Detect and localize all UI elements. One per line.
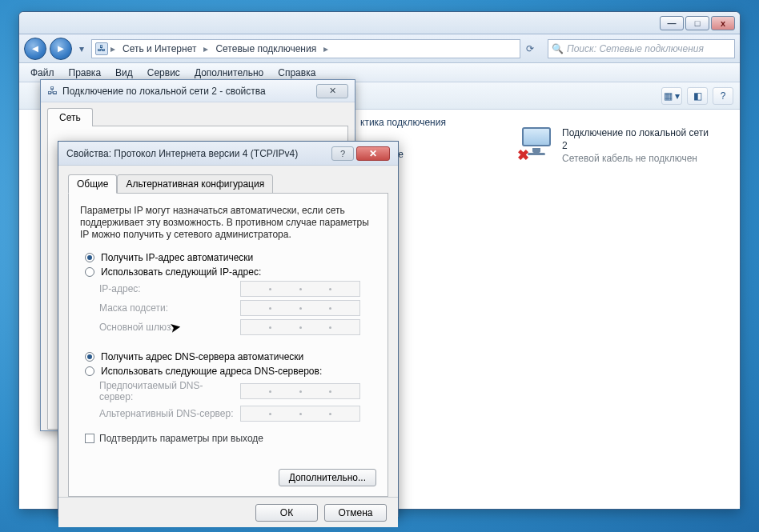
disconnected-icon: ✖ — [517, 146, 529, 164]
chevron-right-icon: ▸ — [323, 43, 328, 54]
radio-dns-auto-label: Получить адрес DNS-сервера автоматически — [101, 351, 303, 362]
menu-view[interactable]: Вид — [109, 65, 139, 81]
menu-help[interactable]: Справка — [271, 65, 322, 81]
connection-status: Сетевой кабель не подключен — [562, 153, 709, 164]
minimize-button[interactable]: — — [660, 16, 684, 30]
radio-dns-manual[interactable] — [85, 366, 94, 376]
tab-alternative[interactable]: Альтернативная конфигурация — [117, 174, 273, 194]
forward-button[interactable]: ► — [50, 38, 72, 60]
advanced-button[interactable]: Дополнительно... — [279, 469, 376, 486]
ipv4-properties-dialog: Свойства: Протокол Интернета версии 4 (T… — [58, 141, 399, 517]
cancel-button[interactable]: Отмена — [324, 504, 387, 522]
description-text: Параметры IP могут назначаться автоматич… — [80, 205, 376, 241]
preview-pane-button[interactable]: ◧ — [687, 87, 708, 105]
input-gateway — [240, 319, 360, 335]
refresh-button[interactable]: ⟳ — [524, 38, 536, 60]
label-mask: Маска подсети: — [99, 302, 235, 314]
adapter-icon: 🖧 — [47, 85, 58, 97]
titlebar: — □ x — [19, 12, 740, 34]
checkbox-validate-label: Подтвердить параметры при выходе — [99, 433, 263, 444]
menu-service[interactable]: Сервис — [141, 65, 187, 81]
label-ip: IP-адрес: — [99, 283, 235, 294]
checkbox-validate[interactable] — [85, 434, 94, 443]
tab-general[interactable]: Общие — [68, 174, 117, 194]
radio-ip-manual[interactable] — [85, 267, 94, 277]
breadcrumb-level2[interactable]: Сетевые подключения — [211, 42, 321, 56]
label-dns2: Альтернативный DNS-сервер: — [99, 408, 235, 419]
help-button[interactable]: ? — [713, 87, 733, 105]
breadcrumb[interactable]: 🖧 ▸ Сеть и Интернет ▸ Сетевые подключени… — [91, 39, 520, 58]
maximize-button[interactable]: □ — [685, 16, 709, 30]
back-button[interactable]: ◄ — [24, 38, 46, 60]
search-placeholder: Поиск: Сетевые подключения — [567, 43, 704, 54]
view-options-button[interactable]: ▦ ▾ — [661, 87, 682, 105]
nav-history-dropdown[interactable]: ▾ — [75, 38, 88, 60]
dialog-body: Параметры IP могут назначаться автоматич… — [68, 193, 388, 497]
dialog-footer: ОК Отмена — [58, 497, 398, 527]
navbar: ◄ ► ▾ 🖧 ▸ Сеть и Интернет ▸ Сетевые подк… — [19, 34, 740, 63]
dialog-title: Свойства: Протокол Интернета версии 4 (T… — [66, 148, 298, 159]
radio-dns-manual-label: Использовать следующие адреса DNS-сервер… — [101, 366, 322, 377]
close-button[interactable]: ✕ — [356, 146, 390, 161]
ok-button[interactable]: ОК — [255, 504, 318, 522]
label-gateway: Основной шлюз: — [99, 322, 235, 333]
radio-ip-auto[interactable] — [85, 253, 94, 262]
network-icon: 🖧 — [95, 42, 108, 55]
input-mask — [240, 300, 360, 316]
radio-dns-auto[interactable] — [85, 352, 94, 362]
close-button[interactable]: x — [711, 16, 735, 30]
connection-name-line1: Подключение по локальной сети — [562, 127, 709, 138]
dialog-titlebar[interactable]: 🖧 Подключение по локальной сети 2 - свой… — [41, 80, 355, 102]
dialog-tabs: Общие Альтернативная конфигурация — [68, 174, 388, 193]
dialog-tabs: Сеть — [47, 107, 348, 126]
radio-ip-auto-label: Получить IP-адрес автоматически — [101, 252, 253, 263]
close-button[interactable]: ✕ — [316, 84, 348, 98]
dialog-titlebar[interactable]: Свойства: Протокол Интернета версии 4 (T… — [58, 142, 398, 166]
dialog-title: Подключение по локальной сети 2 - свойст… — [62, 86, 266, 97]
help-button[interactable]: ? — [331, 146, 354, 161]
input-ip — [240, 281, 360, 297]
menu-extra[interactable]: Дополнительно — [188, 65, 270, 81]
breadcrumb-level1[interactable]: Сеть и Интернет — [118, 42, 201, 56]
chevron-right-icon: ▸ — [110, 43, 115, 54]
connection-name-line2: 2 — [562, 140, 709, 151]
chevron-right-icon: ▸ — [203, 43, 208, 54]
search-icon: 🔍 — [552, 43, 564, 54]
search-input[interactable]: 🔍 Поиск: Сетевые подключения — [548, 39, 735, 58]
menu-edit[interactable]: Правка — [62, 65, 108, 81]
label-dns1: Предпочитаемый DNS-сервер: — [99, 380, 235, 402]
tab-network[interactable]: Сеть — [47, 108, 93, 126]
menu-file[interactable]: Файл — [24, 65, 61, 81]
connection-icon: ✖ — [517, 127, 556, 159]
input-dns1 — [240, 383, 360, 399]
radio-ip-manual-label: Использовать следующий IP-адрес: — [101, 266, 261, 278]
input-dns2 — [240, 406, 360, 422]
connection-item[interactable]: ✖ Подключение по локальной сети 2 Сетево… — [514, 124, 722, 167]
